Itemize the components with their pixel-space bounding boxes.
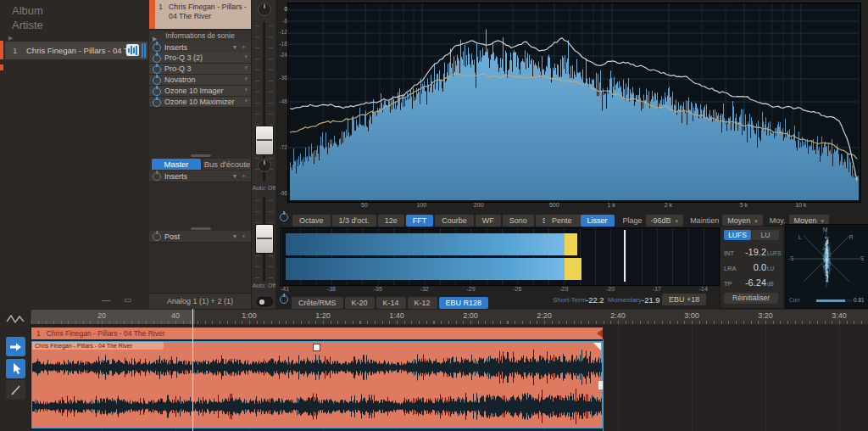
meter-mode-k-12[interactable]: K-12 (408, 297, 437, 309)
io-routing-label[interactable]: Analog 1 (1) + 2 (1) (149, 293, 251, 310)
meter-mode-buttons: Crête/RMSK-20K-14K-12EBU R128 (292, 294, 490, 309)
spectrum-button-sono[interactable]: Sono (503, 215, 534, 227)
stat-label: LRA (724, 265, 737, 272)
playhead[interactable] (192, 309, 193, 431)
freq-tick-label: 2 k (655, 202, 681, 208)
channel-header[interactable]: 1 Chris Finegan - Pillars - 04 The River (155, 0, 251, 29)
inserts-menu-icons[interactable]: ▾ + (233, 172, 248, 180)
pan-knob[interactable] (258, 159, 271, 172)
insert-plugin-row[interactable]: Pro-Q 3 (2)▾ (149, 53, 251, 64)
gonio-side-pos-label: S (860, 255, 864, 261)
pointer-tool-button[interactable] (6, 359, 25, 378)
pencil-tool-button[interactable] (6, 380, 25, 400)
meter-mode-k-14[interactable]: K-14 (376, 297, 406, 309)
spectrum-button-courbe[interactable]: Courbe (435, 215, 474, 227)
track-color-stripe (149, 0, 155, 29)
grid-line (839, 324, 840, 431)
dropdown-maintien[interactable]: Moyen▾ (722, 215, 763, 227)
spectrum-button-1-3-d-oct-[interactable]: 1/3 d'oct. (332, 215, 376, 227)
minimize-icon[interactable]: — (102, 295, 110, 305)
splitter-grip[interactable] (191, 154, 211, 157)
spectrum-power-icon[interactable] (280, 213, 288, 221)
track-lane-header[interactable]: 1 Chris Finegan - Pillars - 04 The River (31, 327, 603, 339)
master-fader-thumb[interactable] (255, 224, 274, 254)
meter-mode-ebu-r128[interactable]: EBU R128 (439, 297, 489, 309)
event-gain-handle[interactable] (313, 344, 320, 351)
insert-plugin-row[interactable]: Pro-Q 3▾ (149, 64, 251, 75)
loudness-scale-label: -29 (458, 286, 483, 292)
album-header[interactable]: Album (12, 4, 43, 17)
spectrum-button-lisser[interactable]: Lisser (581, 215, 615, 227)
artist-header[interactable]: Artiste (12, 19, 43, 31)
chevron-down-icon[interactable]: ▾ (244, 76, 248, 82)
waveform-view-icon[interactable] (6, 313, 25, 325)
event-name-label: Chris Finegan - Pillars - 04 The River (32, 342, 164, 350)
stat-value: -6.24 (745, 277, 766, 288)
mono-toggle[interactable] (257, 297, 273, 306)
meter-mode-cr-te-rms[interactable]: Crête/RMS (292, 297, 343, 309)
time-ruler[interactable]: 20401:001:201:402:002:202:403:003:203:40 (31, 310, 868, 324)
power-icon[interactable] (153, 172, 161, 181)
insert-plugin-row[interactable]: Ozone 10 Maximizer▾ (149, 97, 251, 108)
power-icon[interactable] (153, 54, 161, 63)
tab-master[interactable]: Master (152, 159, 201, 170)
ruler-time-label: 1:20 (306, 311, 340, 320)
reset-button[interactable]: Réinitialiser (724, 293, 778, 304)
ruler-time-label: 3:00 (675, 311, 709, 320)
power-icon[interactable] (153, 98, 161, 107)
automation-mode-label[interactable]: Auto: Off (252, 185, 276, 191)
spectrum-button-wf[interactable]: WF (476, 215, 501, 227)
autoscroll-tool-button[interactable] (6, 337, 25, 356)
audio-event[interactable]: Chris Finegan - Pillars - 04 The River (31, 341, 603, 428)
power-icon[interactable] (153, 65, 161, 74)
expand-arrow-icon[interactable]: ▶ (8, 35, 13, 42)
chevron-down-icon[interactable]: ▾ (244, 53, 248, 60)
insert-plugin-row[interactable]: Ozone 10 Imager▾ (149, 86, 251, 97)
inserts-menu-icons[interactable]: ▾ + (233, 43, 248, 51)
meter-mode-k-20[interactable]: K-20 (345, 297, 375, 309)
dropdown-plage[interactable]: -96dB▾ (646, 215, 684, 227)
stat-label: TP (724, 280, 732, 288)
splitter-grip[interactable] (191, 227, 211, 230)
fader-groove (263, 22, 265, 182)
master-inserts-header[interactable]: Inserts ▾ + (149, 171, 251, 182)
channel-fader-thumb[interactable] (255, 126, 274, 155)
db-tick-label: -18 (276, 41, 287, 47)
ruler-time-label: 1:00 (232, 311, 266, 320)
chevron-down-icon[interactable]: ▾ (244, 64, 248, 71)
db-tick-label: -36 (276, 75, 287, 81)
tab-lufs[interactable]: LUFS (724, 230, 751, 240)
post-header[interactable]: Post ▾ + (149, 231, 251, 243)
loudness-power-icon[interactable] (280, 295, 288, 304)
chevron-down-icon[interactable]: ▾ (244, 98, 248, 104)
goniometer-box: M L R -S S Corr 0.81 (785, 224, 868, 309)
power-icon[interactable] (153, 76, 161, 85)
fader-column: Auto: Off Auto: Off (251, 0, 276, 309)
power-icon[interactable] (153, 43, 161, 52)
tab-bus-ecoute[interactable]: Bus d'écoute (203, 159, 252, 170)
plugin-name: Pro-Q 3 (2) (164, 53, 203, 62)
spectrum-button-12e[interactable]: 12e (378, 215, 404, 227)
restore-icon[interactable]: ▭ (124, 295, 131, 305)
channel-title: Chris Finegan - Pillars - 04 The River (169, 3, 248, 21)
spectrum-button-octave[interactable]: Octave (292, 215, 331, 227)
power-icon[interactable] (153, 232, 161, 241)
track-title: Chris Finegan - Pillars - 04 The Rive (26, 46, 128, 55)
loudness-scale-label: -14 (691, 286, 716, 292)
post-menu-icons[interactable]: ▾ + (233, 232, 248, 240)
spectrum-button-fft[interactable]: FFT (406, 215, 434, 227)
insert-plugin-row[interactable]: Novatron▾ (149, 75, 251, 86)
pencil-icon (10, 384, 22, 396)
ebu-range-button[interactable]: EBU +18 (662, 294, 706, 305)
pan-knob[interactable] (258, 3, 271, 16)
freq-tick-label: 50 (352, 202, 377, 208)
power-icon[interactable] (153, 87, 161, 96)
tab-lu[interactable]: LU (752, 230, 779, 240)
inserts-header[interactable]: Inserts ▾ + (149, 42, 251, 53)
chevron-down-icon[interactable]: ▾ (244, 87, 248, 93)
fade-out-handle[interactable] (593, 343, 601, 350)
loudness-info-bar[interactable]: ▶ Informations de sonie (149, 30, 251, 42)
library-track-row[interactable]: 1 Chris Finegan - Pillars - 04 The Rive (5, 42, 147, 59)
channel-number: 1 (159, 3, 163, 11)
spectrum-button-pente[interactable]: Pente (545, 215, 579, 227)
